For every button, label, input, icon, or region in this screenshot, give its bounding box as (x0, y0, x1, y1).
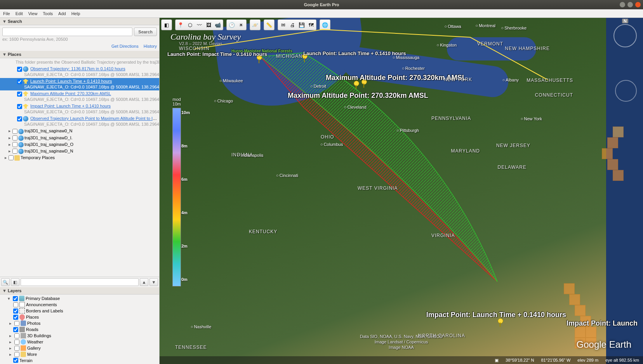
kml-icon (18, 129, 24, 134)
history-button[interactable]: 🕑 (228, 21, 236, 29)
color-legend: mod 10m 10m 8m 6m 4m 2m 0m (170, 97, 183, 286)
map-viewport[interactable]: ◧ 📍 ⬡ 〰 🖼 📹 🕑 ☀ 🪐 📏 ✉ 🖨 💾 🗺 🌐 Ca (160, 18, 643, 364)
city-label: Montreal (476, 23, 495, 28)
place-item-impact-point[interactable]: Impact Point: Launch Time + 0.1410 hours… (0, 103, 159, 115)
path-button[interactable]: 〰 (195, 21, 203, 29)
folder-desc: This folder presents the Observed Ballis… (9, 59, 158, 65)
places-header[interactable]: Places (0, 51, 159, 58)
pushpin-icon[interactable] (497, 318, 503, 327)
place-item-observed-trajectory[interactable]: Observed Trajectory: 1136.817km in 0.141… (0, 66, 159, 78)
menu-file[interactable]: File (3, 11, 10, 16)
announce-icon (19, 302, 25, 307)
window-buttons (620, 2, 641, 7)
search-places-button[interactable]: 🔍 (1, 278, 10, 286)
kml-icon (18, 149, 24, 154)
compass-control[interactable]: N (613, 24, 637, 47)
layer-more[interactable]: ▸More (0, 351, 159, 357)
city-label: Pittsburgh (396, 128, 419, 133)
layer-3d-buildings[interactable]: ▸3D Buildings (0, 333, 159, 339)
menu-add[interactable]: Add (58, 11, 66, 16)
toggle-panel-button[interactable]: ◧ (11, 278, 19, 286)
layer-primary-database[interactable]: ▾Primary Database (0, 295, 159, 302)
layer-terrain[interactable]: Terrain (0, 357, 159, 363)
pushpin-icon[interactable] (256, 55, 262, 63)
status-elev: elev 289 m (577, 358, 598, 362)
get-directions-link[interactable]: Get Directions (111, 44, 139, 49)
titlebar: Google Earth Pro (0, 0, 643, 9)
move-down-button[interactable]: ▼ (149, 278, 158, 286)
state-label: VERMONT (477, 41, 503, 47)
pushpin-icon[interactable] (361, 79, 367, 88)
status-lat: 38°59'18.22" N (506, 358, 534, 362)
state-label: TENNESSEE (175, 345, 207, 350)
database-icon (19, 296, 24, 301)
pushpin-icon[interactable] (353, 81, 359, 89)
overlay-title: Carolina bay Survey (170, 32, 241, 42)
places-icon (18, 313, 26, 321)
kml-icon (18, 135, 24, 141)
sidebar-toggle-button[interactable]: ◧ (162, 21, 171, 29)
place-item-max-altitude[interactable]: Maximum Altitude Point: 270.320km AMSL S… (0, 90, 159, 103)
layers-header[interactable]: Layers (0, 287, 159, 295)
layer-photos[interactable]: ▸Photos (0, 320, 159, 326)
state-label: MASSACHUSETTS (527, 78, 573, 83)
nav-control[interactable] (615, 80, 637, 102)
status-info-icon[interactable]: ▣ (495, 358, 499, 363)
place-folder[interactable]: ▸traj3D1_traj_saginawD_I. (0, 135, 159, 141)
layer-weather[interactable]: ▸Weather (0, 339, 159, 345)
planet-button[interactable]: 🪐 (251, 21, 259, 29)
layer-borders[interactable]: Borders and Labels (0, 308, 159, 314)
filter-input[interactable] (21, 278, 139, 286)
place-checkbox[interactable] (17, 67, 22, 72)
menu-edit[interactable]: Edit (16, 11, 23, 16)
photos-icon (21, 321, 26, 326)
place-folder[interactable]: ▸traj3D1_traj_saginawD_N (0, 148, 159, 154)
layer-roads[interactable]: Roads (0, 326, 159, 333)
city-label: Columbus (320, 142, 343, 147)
maximize-icon[interactable] (627, 2, 633, 7)
menu-view[interactable]: View (28, 11, 38, 16)
layers-tree[interactable]: ▾Primary Database Announcements Borders … (0, 295, 159, 364)
print-button[interactable]: 🖨 (288, 21, 297, 29)
polygon-button[interactable]: ⬡ (186, 21, 194, 29)
record-tour-button[interactable]: 📹 (214, 21, 222, 29)
email-button[interactable]: ✉ (279, 21, 287, 29)
sunlight-button[interactable]: ☀ (237, 21, 245, 29)
place-item-launch-point[interactable]: Launch Point: Launch Time + 0.1410 hours… (0, 78, 159, 90)
place-checkbox[interactable] (17, 79, 22, 84)
menu-tools[interactable]: Tools (43, 11, 53, 16)
place-folder[interactable]: ▸traj3D1_traj_saginaw0_N (0, 128, 159, 134)
layer-announcements[interactable]: Announcements (0, 302, 159, 308)
state-label: WEST VIRGINIA (358, 185, 398, 191)
place-checkbox[interactable] (17, 92, 22, 97)
status-lon: 81°21'05.96" W (541, 358, 571, 362)
sidebar: Search Search ex: 1600 Pennsylvania Ave,… (0, 18, 160, 364)
place-checkbox[interactable] (17, 116, 22, 121)
place-checkbox[interactable] (17, 104, 22, 109)
search-input[interactable] (2, 28, 132, 36)
search-hint: ex: 1600 Pennsylvania Ave, 20500 (2, 37, 157, 42)
roads-icon (19, 327, 25, 332)
history-link[interactable]: History (144, 44, 157, 49)
state-label: KENTUCKY (249, 229, 277, 234)
place-item-trajectory-path[interactable]: Observed Trajectory Launch Point to Maxi… (0, 115, 159, 128)
close-icon[interactable] (635, 2, 641, 7)
move-up-button[interactable]: ▲ (140, 278, 148, 286)
menu-help[interactable]: Help (71, 11, 80, 16)
layer-places[interactable]: Places (0, 314, 159, 320)
layer-gallery[interactable]: ▸Gallery (0, 345, 159, 351)
places-tree[interactable]: This folder presents the Observed Ballis… (0, 58, 159, 277)
save-image-button[interactable]: 💾 (297, 21, 306, 29)
temporary-places[interactable]: ▸Temporary Places (0, 154, 159, 161)
earth-button[interactable]: 🌐 (321, 21, 329, 29)
minimize-icon[interactable] (620, 2, 625, 7)
map-toolbar: ◧ 📍 ⬡ 〰 🖼 📹 🕑 ☀ 🪐 📏 ✉ 🖨 💾 🗺 🌐 (161, 19, 330, 30)
placemark-button[interactable]: 📍 (176, 21, 185, 29)
view-maps-button[interactable]: 🗺 (307, 21, 315, 29)
image-overlay-button[interactable]: 🖼 (204, 21, 213, 29)
ruler-button[interactable]: 📏 (265, 21, 273, 29)
search-button[interactable]: Search (134, 28, 157, 36)
search-header[interactable]: Search (0, 18, 159, 25)
label-impact-1: Impact Point: Launch Time + 0.1410 hours (426, 311, 566, 319)
place-folder[interactable]: ▸traj3D1_traj_saginawD_O (0, 141, 159, 148)
